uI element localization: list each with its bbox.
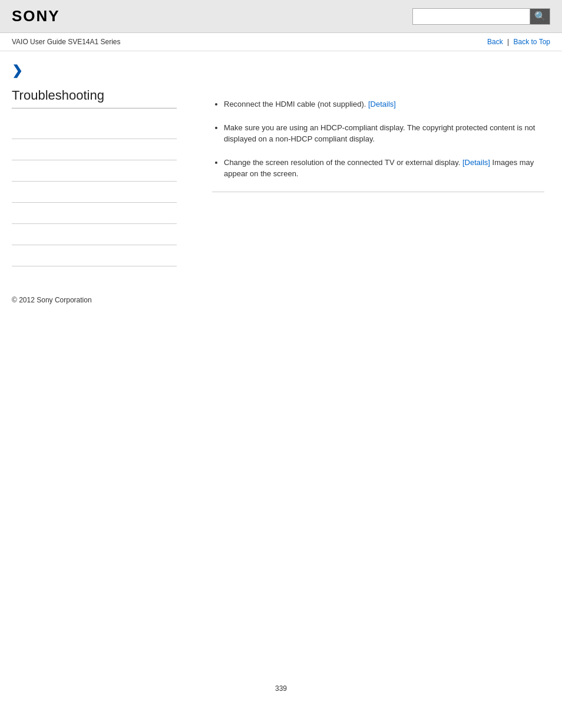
list-item: [12, 203, 177, 224]
search-icon: 🔍: [534, 11, 546, 22]
sidebar-nav: [12, 118, 177, 266]
back-link[interactable]: Back: [487, 38, 503, 46]
footer: © 2012 Sony Corporation: [0, 284, 562, 316]
main-content: ❯ Troubleshooting Reconnect the HDMI cab…: [0, 51, 562, 278]
search-button[interactable]: 🔍: [530, 8, 550, 25]
content-divider: [212, 192, 544, 192]
bullet3-details-link[interactable]: [Details]: [462, 158, 490, 167]
nav-links: Back | Back to Top: [487, 38, 550, 46]
bullet1-details-link[interactable]: [Details]: [368, 100, 396, 108]
sidebar: ❯ Troubleshooting: [0, 51, 189, 278]
content-bullet-1: Reconnect the HDMI cable (not supplied).…: [224, 98, 544, 110]
section-title: Troubleshooting: [12, 88, 177, 108]
page-header: SONY 🔍: [0, 0, 562, 33]
list-item: [12, 160, 177, 182]
sony-logo: SONY: [12, 7, 60, 25]
page-number: 339: [263, 673, 299, 704]
content-list: Reconnect the HDMI cable (not supplied).…: [212, 98, 544, 180]
nav-separator: |: [507, 38, 509, 46]
bullet2-text: Make sure you are using an HDCP-complian…: [224, 123, 535, 144]
search-input[interactable]: [412, 8, 530, 25]
list-item: [12, 245, 177, 266]
chevron-icon: ❯: [12, 63, 177, 78]
list-item: [12, 139, 177, 160]
bullet1-text: Reconnect the HDMI cable (not supplied).: [224, 100, 368, 108]
list-item: [12, 182, 177, 203]
header-search-area: 🔍: [412, 8, 550, 25]
back-to-top-link[interactable]: Back to Top: [514, 38, 550, 46]
list-item: [12, 118, 177, 139]
list-item: [12, 224, 177, 245]
nav-bar: VAIO User Guide SVE14A1 Series Back | Ba…: [0, 33, 562, 51]
guide-title: VAIO User Guide SVE14A1 Series: [12, 38, 121, 46]
bullet3-text: Change the screen resolution of the conn…: [224, 158, 462, 167]
content-bullet-3: Change the screen resolution of the conn…: [224, 157, 544, 180]
content-area: Reconnect the HDMI cable (not supplied).…: [189, 51, 562, 278]
content-bullet-2: Make sure you are using an HDCP-complian…: [224, 122, 544, 145]
copyright-text: © 2012 Sony Corporation: [12, 296, 92, 304]
